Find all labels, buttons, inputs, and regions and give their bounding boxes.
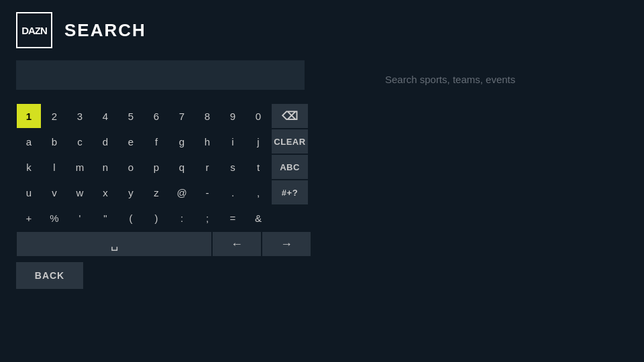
search-input-container: [16, 60, 358, 90]
key-i[interactable]: i: [221, 129, 245, 154]
back-row: BACK: [16, 262, 358, 289]
key-1[interactable]: 1: [17, 104, 41, 128]
arrow-left-button[interactable]: ←: [213, 232, 261, 256]
key-equals[interactable]: =: [221, 206, 245, 230]
symbols-button[interactable]: #+?: [272, 180, 308, 204]
key-percent[interactable]: %: [42, 206, 66, 230]
key-2[interactable]: 2: [42, 104, 66, 128]
key-d[interactable]: d: [93, 129, 117, 154]
key-7[interactable]: 7: [170, 104, 194, 128]
key-dot[interactable]: .: [221, 180, 245, 204]
right-panel: Search sports, teams, events: [358, 60, 628, 289]
header: DAZN SEARCH: [0, 0, 644, 60]
key-9[interactable]: 9: [221, 104, 245, 128]
key-v[interactable]: v: [42, 180, 66, 204]
keyboard-row-uz: u v w x y z @ - . , #+?: [16, 180, 358, 205]
navigation-row: ␣ ← →: [16, 231, 358, 257]
key-t[interactable]: t: [246, 155, 270, 179]
key-u[interactable]: u: [17, 180, 41, 204]
key-x[interactable]: x: [93, 180, 117, 204]
space-button[interactable]: ␣: [17, 232, 211, 256]
key-q[interactable]: q: [170, 155, 194, 179]
key-y[interactable]: y: [119, 180, 143, 204]
key-semicolon[interactable]: ;: [195, 206, 219, 230]
key-b[interactable]: b: [42, 129, 66, 154]
key-a[interactable]: a: [17, 129, 41, 154]
key-6[interactable]: 6: [144, 104, 168, 128]
key-8[interactable]: 8: [195, 104, 219, 128]
key-3[interactable]: 3: [68, 104, 92, 128]
keyboard-row-aj: a b c d e f g h i j CLEAR: [16, 129, 358, 154]
key-n[interactable]: n: [93, 155, 117, 179]
search-hint: Search sports, teams, events: [385, 74, 515, 85]
backspace-button[interactable]: ⌫: [272, 104, 308, 128]
key-plus[interactable]: +: [17, 206, 41, 230]
key-r[interactable]: r: [195, 155, 219, 179]
key-w[interactable]: w: [68, 180, 92, 204]
dazn-logo: DAZN: [16, 12, 52, 48]
keyboard-row-special: + % ' " ( ) : ; = &: [16, 205, 358, 231]
key-rparen[interactable]: ): [144, 206, 168, 230]
key-comma[interactable]: ,: [246, 180, 270, 204]
key-apostrophe[interactable]: ': [68, 206, 92, 230]
key-o[interactable]: o: [119, 155, 143, 179]
key-4[interactable]: 4: [93, 104, 117, 128]
key-quote[interactable]: ": [93, 206, 117, 230]
search-input[interactable]: [16, 60, 305, 90]
key-5[interactable]: 5: [119, 104, 143, 128]
key-z[interactable]: z: [144, 180, 168, 204]
key-f[interactable]: f: [144, 129, 168, 154]
main-content: 1 2 3 4 5 6 7 8 9 0 ⌫ a b c d e f g: [0, 60, 644, 289]
clear-button[interactable]: CLEAR: [272, 129, 308, 154]
key-p[interactable]: p: [144, 155, 168, 179]
page-title: SEARCH: [64, 20, 146, 41]
arrow-right-button[interactable]: →: [262, 232, 311, 256]
key-k[interactable]: k: [17, 155, 41, 179]
key-colon[interactable]: :: [170, 206, 194, 230]
key-e[interactable]: e: [119, 129, 143, 154]
key-g[interactable]: g: [170, 129, 194, 154]
abc-button[interactable]: ABC: [272, 155, 308, 179]
keyboard-row-numbers: 1 2 3 4 5 6 7 8 9 0 ⌫: [16, 103, 358, 129]
key-h[interactable]: h: [195, 129, 219, 154]
key-ampersand[interactable]: &: [246, 206, 270, 230]
key-m[interactable]: m: [68, 155, 92, 179]
key-dash[interactable]: -: [195, 180, 219, 204]
keyboard: 1 2 3 4 5 6 7 8 9 0 ⌫ a b c d e f g: [16, 103, 358, 289]
key-lparen[interactable]: (: [119, 206, 143, 230]
keyboard-row-kt: k l m n o p q r s t ABC: [16, 154, 358, 180]
key-c[interactable]: c: [68, 129, 92, 154]
key-j[interactable]: j: [246, 129, 270, 154]
left-panel: 1 2 3 4 5 6 7 8 9 0 ⌫ a b c d e f g: [16, 60, 358, 289]
key-s[interactable]: s: [221, 155, 245, 179]
key-at[interactable]: @: [170, 180, 194, 204]
key-l[interactable]: l: [42, 155, 66, 179]
back-button[interactable]: BACK: [16, 262, 83, 289]
key-0[interactable]: 0: [246, 104, 270, 128]
